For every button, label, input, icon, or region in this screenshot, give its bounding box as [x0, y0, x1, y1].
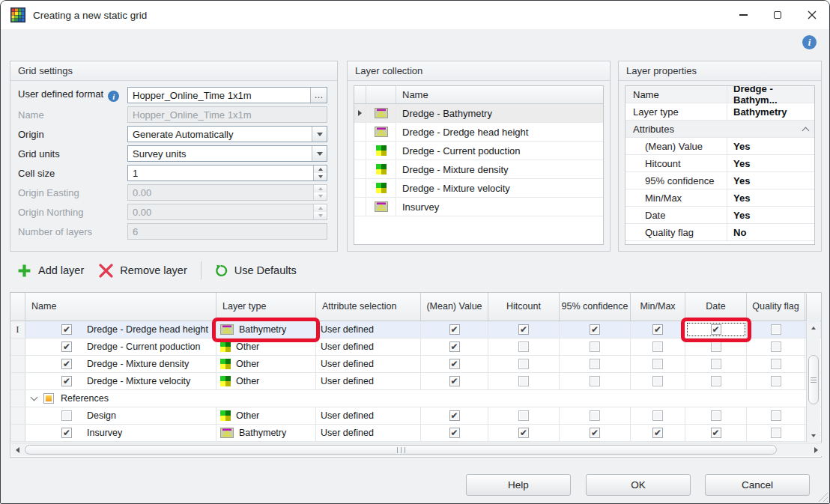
table-row[interactable]: I✔Dredge - Dredge head heightBathymetryU…	[10, 321, 821, 338]
property-row-layer-type[interactable]: Layer typeBathymetry	[625, 103, 814, 121]
column-header-min-max[interactable]: Min/Max	[631, 293, 685, 321]
checkbox-unchecked[interactable]	[652, 341, 663, 352]
checkbox-unchecked[interactable]	[518, 376, 529, 386]
layer-type-cell[interactable]: Other	[216, 338, 316, 355]
spin-up-button[interactable]	[314, 166, 327, 173]
help-button[interactable]: Help	[466, 474, 571, 496]
checkbox-unchecked[interactable]	[711, 376, 721, 386]
property-row-hitcount[interactable]: HitcountYes	[625, 155, 814, 172]
property-row-date[interactable]: DateYes	[625, 207, 814, 224]
checkbox-unchecked[interactable]	[771, 376, 781, 386]
attr-checkbox-cell[interactable]	[685, 338, 747, 355]
checkbox-checked[interactable]: ✔	[449, 376, 460, 386]
attr-checkbox-cell[interactable]: ✔	[421, 356, 488, 372]
attribute-selection-cell[interactable]: User defined	[316, 321, 421, 338]
column-header-95-confidence[interactable]: 95% confidence	[560, 293, 631, 321]
column-header-date[interactable]: Date	[685, 293, 747, 321]
checkbox-unchecked[interactable]	[652, 359, 663, 369]
checkbox-unchecked[interactable]	[771, 410, 781, 421]
scroll-up-button[interactable]	[807, 322, 820, 334]
property-row-name[interactable]: NameDredge - Bathym...	[625, 86, 814, 103]
property-row-95-confidence[interactable]: 95% confidenceYes	[625, 172, 814, 189]
attr-checkbox-cell[interactable]	[631, 338, 685, 355]
attr-checkbox-cell[interactable]	[747, 373, 805, 389]
checkbox-unchecked[interactable]	[711, 410, 721, 421]
attr-checkbox-cell[interactable]	[488, 373, 560, 389]
checkbox-unchecked[interactable]	[711, 341, 721, 352]
checkbox-checked[interactable]: ✔	[590, 324, 600, 335]
checkbox-unchecked[interactable]	[771, 324, 781, 335]
checkbox-checked[interactable]: ✔	[652, 324, 663, 335]
group-row-cell[interactable]: References	[25, 390, 805, 407]
table-row[interactable]: References	[10, 390, 821, 407]
layer-collection-row[interactable]: Dredge - Mixture velocity	[354, 179, 603, 198]
scroll-right-button[interactable]	[810, 443, 822, 456]
column-header-hitcount[interactable]: Hitcount	[488, 293, 560, 321]
checkbox-checked[interactable]: ✔	[61, 324, 72, 335]
attribute-selection-cell[interactable]: User defined	[316, 338, 421, 355]
checkbox-unchecked[interactable]	[711, 359, 721, 369]
attr-checkbox-cell[interactable]: ✔	[421, 338, 488, 355]
table-row[interactable]: DesignOtherUser defined✔	[10, 407, 821, 425]
attr-checkbox-cell[interactable]: ✔	[421, 407, 488, 424]
attribute-selection-cell[interactable]: User defined	[316, 356, 421, 372]
attr-checkbox-cell[interactable]: ✔	[421, 425, 488, 441]
checkbox-unchecked[interactable]	[518, 359, 529, 369]
name-cell[interactable]: Design	[25, 407, 216, 424]
checkbox-checked[interactable]: ✔	[449, 324, 460, 335]
checkbox-unchecked[interactable]	[590, 359, 600, 369]
attribute-selection-cell[interactable]: User defined	[316, 373, 421, 389]
property-row-min-max[interactable]: Min/MaxYes	[625, 189, 814, 207]
attr-checkbox-cell[interactable]: ✔	[488, 321, 560, 338]
checkbox-unchecked[interactable]	[518, 341, 529, 352]
name-cell[interactable]: ✔Dredge - Mixture velocity	[25, 373, 216, 389]
attr-checkbox-cell[interactable]	[488, 338, 560, 355]
name-cell[interactable]: ✔Dredge - Current poduction	[25, 338, 216, 355]
dropdown-button[interactable]	[312, 146, 327, 161]
browse-ellipsis-button[interactable]: …	[310, 88, 327, 103]
checkbox-checked[interactable]: ✔	[652, 428, 663, 438]
checkbox-checked[interactable]: ✔	[61, 376, 72, 386]
collapse-button[interactable]	[796, 121, 814, 137]
spin-down-button[interactable]	[314, 173, 327, 180]
checkbox-unchecked[interactable]	[771, 428, 781, 438]
attr-checkbox-cell[interactable]	[747, 356, 805, 372]
attr-checkbox-cell[interactable]	[631, 356, 685, 372]
attr-checkbox-cell[interactable]	[631, 407, 685, 424]
column-header-attribute-selection[interactable]: Attribute selection	[316, 293, 421, 321]
attr-checkbox-cell[interactable]: ✔	[488, 425, 560, 441]
horizontal-scrollbar-thumb[interactable]	[25, 445, 777, 455]
scroll-down-button[interactable]	[807, 430, 820, 442]
spinner-buttons[interactable]	[313, 166, 327, 180]
checkbox-unchecked[interactable]	[590, 410, 600, 421]
layer-type-cell[interactable]: Bathymetry	[216, 425, 316, 441]
vertical-scrollbar[interactable]	[806, 322, 820, 442]
attr-checkbox-cell[interactable]	[488, 407, 560, 424]
attr-checkbox-cell[interactable]	[685, 373, 747, 389]
checkbox-unchecked[interactable]	[590, 376, 600, 386]
checkbox-unchecked[interactable]	[61, 410, 72, 421]
attr-checkbox-cell[interactable]	[747, 338, 805, 355]
checkbox-checked[interactable]: ✔	[518, 324, 529, 335]
attr-checkbox-cell[interactable]: ✔	[631, 321, 685, 338]
checkbox-checked[interactable]: ✔	[61, 428, 72, 438]
origin-field[interactable]: Generate Automatically	[127, 126, 327, 142]
grid-units-field[interactable]: Survey units	[127, 145, 327, 162]
attr-checkbox-cell[interactable]	[685, 356, 747, 372]
attr-checkbox-cell[interactable]	[685, 407, 747, 424]
checkbox-checked[interactable]: ✔	[449, 410, 460, 421]
column-header-quality-flag[interactable]: Quality flag	[747, 293, 805, 321]
attr-checkbox-cell[interactable]	[560, 356, 631, 372]
attr-checkbox-cell[interactable]	[747, 321, 805, 338]
name-cell[interactable]: ✔Insurvey	[25, 425, 216, 441]
layer-collection-row[interactable]: Dredge - Current poduction	[354, 142, 603, 160]
attr-checkbox-cell[interactable]: ✔	[560, 321, 631, 338]
checkbox-checked[interactable]: ✔	[711, 428, 721, 438]
checkbox-partial[interactable]	[43, 393, 54, 404]
table-row[interactable]: ✔Dredge - Current poductionOtherUser def…	[10, 338, 821, 356]
minimize-button[interactable]	[726, 1, 760, 29]
add-layer-button[interactable]: Add layer	[10, 261, 91, 281]
field-info-icon[interactable]: i	[108, 91, 119, 102]
checkbox-unchecked[interactable]	[771, 359, 781, 369]
layer-collection-row[interactable]: Dredge - Bathymetry	[354, 104, 603, 123]
